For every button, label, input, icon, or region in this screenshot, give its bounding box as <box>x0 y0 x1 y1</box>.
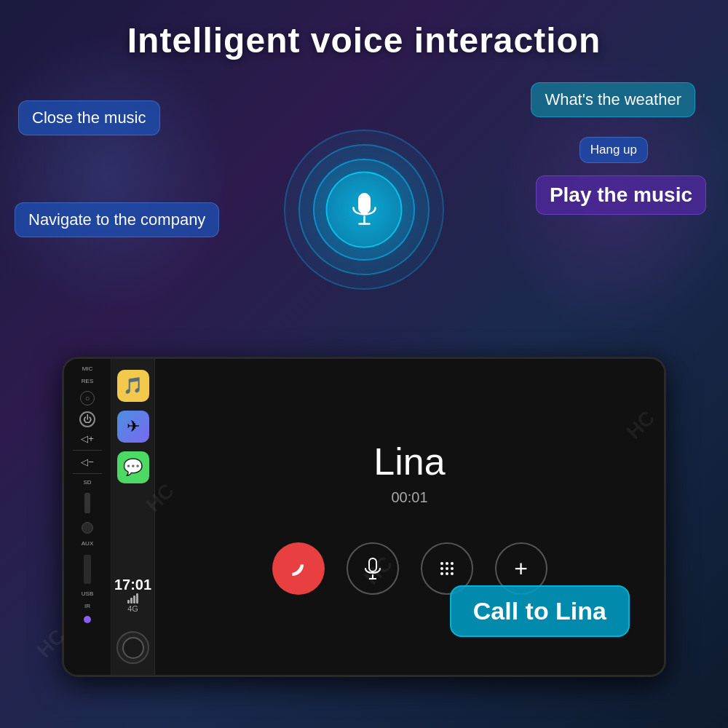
divider <box>73 450 102 451</box>
signal-info: 4G <box>114 593 151 613</box>
bar2 <box>130 598 132 604</box>
svg-point-7 <box>446 562 448 565</box>
mic-label: MIC <box>82 366 93 373</box>
home-button[interactable] <box>116 631 149 664</box>
signal-bars <box>127 593 138 604</box>
svg-point-6 <box>440 562 443 565</box>
svg-rect-0 <box>358 193 370 213</box>
res-label: RES <box>82 379 93 385</box>
ir-port <box>84 616 91 623</box>
aux-port <box>82 522 93 534</box>
bubble-play-music: Play the music <box>536 175 706 215</box>
device-wrapper: MIC RES ○ ⏻ ◁+ ◁− SD AUX USB IR <box>62 357 666 677</box>
power-button[interactable]: ⏻ <box>79 411 95 427</box>
svg-point-11 <box>451 567 454 570</box>
add-icon: + <box>514 557 528 580</box>
app-maps-icon[interactable]: ✈ <box>117 411 149 443</box>
usb-label: USB <box>82 591 93 598</box>
aux-label: AUX <box>82 541 93 547</box>
bubble-navigate: Navigate to the company <box>15 202 219 237</box>
svg-point-10 <box>446 567 448 570</box>
mic-container <box>284 130 444 290</box>
sd-slot <box>84 493 90 513</box>
bar1 <box>127 600 130 604</box>
time-display: 17:01 <box>114 577 151 593</box>
ir-label: IR <box>84 604 90 610</box>
app-sidebar: 🎵 ✈ 💬 17:01 4G <box>111 359 155 675</box>
bubble-close-music: Close the music <box>18 100 160 135</box>
microphone-icon <box>350 191 378 228</box>
vol-up-button[interactable]: ◁+ <box>81 433 94 444</box>
circle-inner <box>326 172 403 248</box>
svg-point-12 <box>440 572 443 575</box>
mute-button[interactable] <box>347 542 399 595</box>
app-music-icon[interactable]: 🎵 <box>117 370 149 402</box>
sd-label: SD <box>83 480 91 486</box>
bubble-call-lina: Call to Lina <box>450 585 630 637</box>
vol-down-button[interactable]: ◁− <box>81 456 94 467</box>
content: Intelligent voice interaction Clo <box>0 0 728 728</box>
voice-area: Close the music Navigate to the company … <box>0 60 728 359</box>
bar4 <box>136 593 138 604</box>
device-section: MIC RES ○ ⏻ ◁+ ◁− SD AUX USB IR <box>0 349 728 728</box>
svg-point-13 <box>446 572 448 575</box>
svg-point-8 <box>451 562 454 565</box>
divider2 <box>73 473 102 474</box>
res-button[interactable]: ○ <box>80 391 95 405</box>
bar3 <box>133 596 135 604</box>
bubble-weather: What's the weather <box>531 82 695 117</box>
page-title: Intelligent voice interaction <box>0 0 728 60</box>
network-label: 4G <box>127 604 138 613</box>
time-area: 17:01 4G <box>114 577 151 613</box>
left-controls: MIC RES ○ ⏻ ◁+ ◁− SD AUX USB IR <box>64 359 111 675</box>
end-call-button[interactable] <box>272 542 325 595</box>
svg-rect-3 <box>369 558 376 571</box>
usb-slot <box>84 555 91 584</box>
svg-point-14 <box>451 572 454 575</box>
home-button-inner <box>122 637 144 659</box>
bubble-hangup: Hang up <box>579 137 648 163</box>
call-timer: 00:01 <box>391 489 427 506</box>
caller-name: Lina <box>373 440 445 483</box>
svg-point-9 <box>440 567 443 570</box>
app-messages-icon[interactable]: 💬 <box>117 451 149 483</box>
